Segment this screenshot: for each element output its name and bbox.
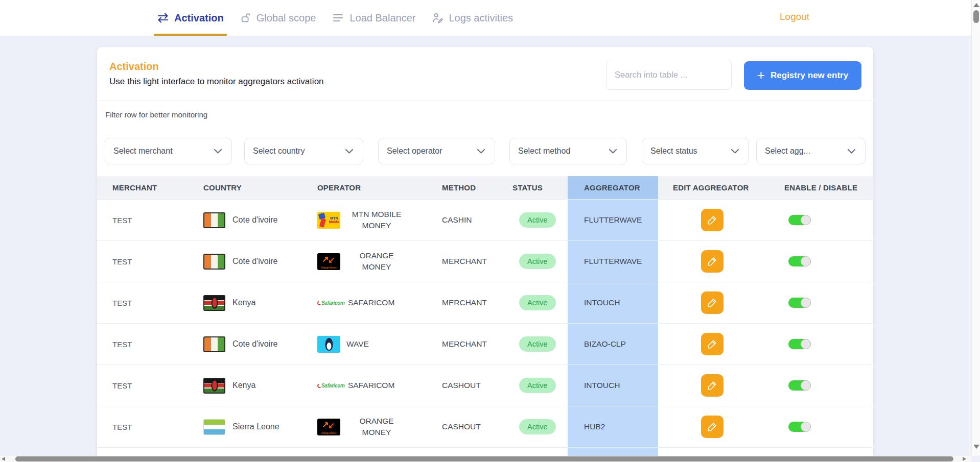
aggregator-cell: BIZAO-CLP	[568, 324, 658, 364]
column-header-country: COUNTRY	[202, 176, 316, 199]
select-operator-dropdown[interactable]: Select operator	[378, 138, 495, 164]
safaricom-logo: Safaricom	[317, 377, 342, 394]
edit-cell	[658, 200, 754, 240]
operator-label: WAVE	[346, 338, 369, 350]
tab-label: Load Balancer	[349, 12, 415, 24]
table-body: TESTCote d'ivoireMTNMoMoMTN MOBILE MONEY…	[97, 200, 873, 462]
column-header-operator: OPERATOR	[316, 176, 440, 199]
registry-new-entry-button[interactable]: + Registry new entry	[744, 61, 861, 90]
edit-aggregator-button[interactable]	[701, 416, 724, 438]
status-cell: Active	[511, 406, 568, 447]
filter-hint: Filter row for better monitoring	[105, 110, 207, 119]
flag-cote-d-ivoire-icon	[203, 212, 225, 228]
country-label: Kenya	[232, 381, 255, 390]
vertical-scrollbar[interactable]	[971, 0, 980, 456]
filter-row: Select merchantSelect countrySelect oper…	[97, 138, 873, 164]
tab-load-balancer[interactable]: Load Balancer	[331, 0, 416, 36]
safaricom-logo: Safaricom	[317, 295, 342, 311]
scroll-left-arrow-icon[interactable]	[2, 457, 5, 461]
select-country-dropdown[interactable]: Select country	[244, 138, 363, 164]
tab-global-scope[interactable]: Global scope	[239, 0, 317, 36]
chevron-down-icon	[214, 149, 222, 154]
chevron-down-icon	[731, 149, 739, 154]
tab-logs-activities[interactable]: Logs activities	[431, 0, 514, 36]
dropdown-placeholder: Select status	[650, 147, 697, 156]
edit-aggregator-button[interactable]	[701, 374, 724, 397]
aggregator-cell: FLUTTERWAVE	[568, 200, 658, 240]
edit-cell	[658, 406, 754, 447]
vertical-scrollbar-thumb[interactable]	[973, 10, 979, 23]
edit-cell	[658, 365, 754, 406]
country-label: Kenya	[232, 298, 255, 307]
table-row: TESTKenyaSafaricomSAFARICOMCASHOUTActive…	[97, 365, 873, 406]
select-status-dropdown[interactable]: Select status	[642, 138, 749, 164]
enable-disable-toggle[interactable]	[788, 215, 811, 225]
enable-disable-toggle[interactable]	[788, 339, 811, 349]
status-badge: Active	[519, 378, 556, 393]
operator-label: MTN MOBILE MONEY	[346, 209, 407, 232]
merchant-cell: TEST	[97, 365, 202, 406]
table-row: TESTKenyaSafaricomSAFARICOMMERCHANTActiv…	[97, 282, 873, 324]
toggle-knob	[801, 215, 811, 225]
dropdown-placeholder: Select country	[253, 147, 305, 156]
select-method-dropdown[interactable]: Select method	[509, 138, 627, 164]
tab-activation[interactable]: Activation	[156, 0, 225, 36]
aggregator-cell: INTOUCH	[568, 365, 658, 406]
toggle-knob	[801, 298, 811, 308]
enable-disable-toggle[interactable]	[788, 298, 811, 308]
edit-aggregator-button[interactable]	[701, 209, 724, 231]
status-badge: Active	[519, 336, 556, 352]
chevron-down-icon	[345, 149, 354, 154]
enable-disable-toggle[interactable]	[788, 422, 811, 432]
edit-aggregator-button[interactable]	[701, 333, 724, 355]
toggle-knob	[801, 422, 811, 432]
pencil-icon	[707, 256, 718, 267]
select-agg-dropdown[interactable]: Select agg...	[756, 138, 866, 164]
dropdown-placeholder: Select operator	[387, 147, 442, 156]
method-cell: CASHOUT	[440, 406, 511, 447]
flag-kenya-icon	[203, 295, 225, 311]
horizontal-scrollbar-thumb[interactable]	[15, 456, 953, 461]
horizontal-scrollbar[interactable]	[0, 456, 971, 462]
edit-cell	[658, 324, 754, 364]
country-label: Cote d'ivoire	[232, 339, 277, 349]
logout-link[interactable]: Logout	[780, 11, 809, 22]
operator-cell: ↗↙Orange MoneyORANGE MONEY	[316, 241, 440, 282]
status-badge: Active	[519, 212, 556, 228]
top-navbar: ActivationGlobal scopeLoad BalancerLogs …	[0, 0, 971, 36]
search-input[interactable]	[606, 70, 731, 80]
registry-button-label: Registry new entry	[771, 70, 848, 81]
column-header-status: STATUS	[511, 176, 568, 199]
dropdown-placeholder: Select method	[518, 147, 570, 156]
operator-label: SAFARICOM	[348, 380, 394, 391]
enable-cell	[754, 282, 873, 323]
country-cell: Cote d'ivoire	[202, 200, 316, 240]
operator-cell: SafaricomSAFARICOM	[316, 282, 440, 323]
scroll-up-arrow-icon[interactable]	[973, 3, 979, 7]
activation-panel: Activation Use this light interface to m…	[97, 47, 873, 462]
edit-aggregator-button[interactable]	[701, 250, 724, 273]
orange-money-logo: ↗↙Orange Money	[317, 253, 340, 270]
enable-cell	[754, 200, 873, 240]
tab-label: Logs activities	[449, 12, 513, 24]
table-row: TESTSierra Leone↗↙Orange MoneyORANGE MON…	[97, 406, 873, 448]
dropdown-placeholder: Select merchant	[113, 147, 173, 156]
flag-sierra-leone-icon	[203, 419, 225, 435]
enable-disable-toggle[interactable]	[788, 380, 811, 391]
enable-disable-toggle[interactable]	[788, 256, 811, 266]
wave-logo	[317, 336, 340, 353]
status-cell: Active	[511, 365, 568, 406]
method-cell: CASHIN	[440, 200, 511, 240]
country-cell: Cote d'ivoire	[202, 324, 316, 364]
enable-cell	[754, 406, 873, 447]
toggle-knob	[801, 339, 811, 349]
table-row: TESTCote d'ivoireWAVEMERCHANTActiveBIZAO…	[97, 324, 873, 365]
method-cell: MERCHANT	[440, 241, 511, 282]
column-header-merchant: MERCHANT	[97, 176, 202, 199]
page-title: Activation	[109, 61, 159, 72]
country-cell: Sierra Leone	[202, 406, 316, 447]
scroll-down-arrow-icon[interactable]	[973, 445, 979, 449]
select-merchant-dropdown[interactable]: Select merchant	[105, 138, 232, 164]
scroll-right-arrow-icon[interactable]	[963, 457, 966, 461]
edit-aggregator-button[interactable]	[701, 291, 724, 314]
